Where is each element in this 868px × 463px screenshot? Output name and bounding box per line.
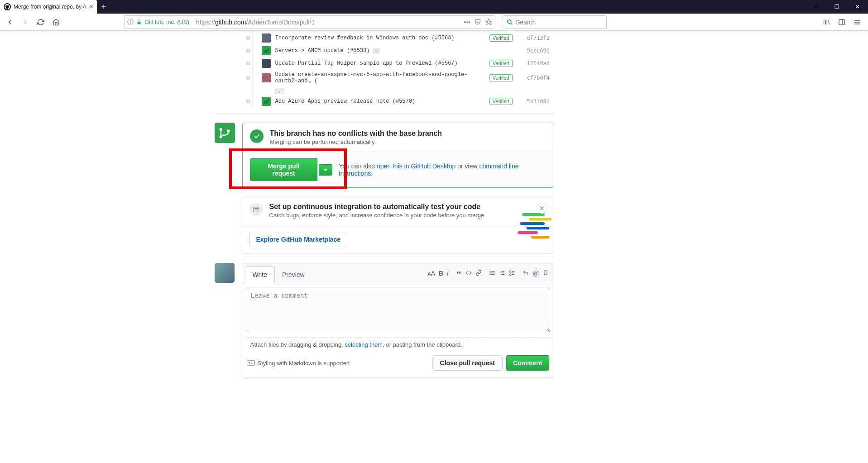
commit-sha[interactable]: 12646ad xyxy=(527,60,554,67)
home-button[interactable] xyxy=(50,16,62,29)
forward-button[interactable] xyxy=(19,16,32,29)
library-icon[interactable] xyxy=(823,19,834,26)
window-titlebar: Merge from original repo. by A × + — ❐ ✕ xyxy=(0,0,868,14)
commit-row: …Update create-an-aspnet-mvc-5-app-with-… xyxy=(246,70,554,95)
commit-dot-icon xyxy=(246,36,250,40)
commit-dot-icon xyxy=(246,49,250,53)
reload-button[interactable] xyxy=(34,16,47,29)
bookmark-star-icon[interactable] xyxy=(485,19,492,26)
commit-message[interactable]: Add Azure Apps preview release note (#55… xyxy=(275,98,489,105)
markdown-toolbar: AA B i 123 xyxy=(422,270,553,277)
svg-point-10 xyxy=(490,272,490,273)
expand-ellipsis-button[interactable]: … xyxy=(373,48,380,54)
commit-author-avatar[interactable] xyxy=(262,46,271,55)
page-actions-icon[interactable]: ••• xyxy=(464,19,470,26)
expand-ellipsis-button[interactable]: … xyxy=(275,88,284,94)
commit-row: Add Azure Apps preview release note (#55… xyxy=(246,95,554,108)
heading-icon[interactable]: AA xyxy=(427,270,435,277)
marketplace-icon xyxy=(249,203,263,216)
window-minimize-button[interactable]: — xyxy=(806,0,826,14)
merge-pr-dropdown[interactable] xyxy=(319,164,332,176)
check-circle-icon xyxy=(250,129,264,143)
mention-icon[interactable]: @ xyxy=(532,270,539,277)
quote-icon[interactable] xyxy=(456,270,462,277)
italic-icon[interactable]: i xyxy=(447,270,448,277)
ci-title: Set up continuous integration to automat… xyxy=(269,203,486,211)
close-pr-button[interactable]: Close pull request xyxy=(432,355,503,371)
commit-sha[interactable]: 9ecc699 xyxy=(527,48,554,54)
code-icon[interactable] xyxy=(465,270,472,277)
new-tab-button[interactable]: + xyxy=(97,0,110,14)
verified-badge[interactable]: Verified xyxy=(489,60,513,67)
current-user-avatar xyxy=(215,263,235,283)
comment-button[interactable]: Comment xyxy=(506,355,549,371)
ci-dismiss-button[interactable]: ✕ xyxy=(537,203,547,214)
comment-form: Write Preview AA B i xyxy=(242,263,554,377)
lock-icon xyxy=(136,19,142,25)
menu-icon[interactable] xyxy=(854,19,864,26)
svg-rect-15 xyxy=(510,271,511,272)
tab-title: Merge from original repo. by A xyxy=(14,4,86,10)
commit-row: Update Partial Tag Helper sample app to … xyxy=(246,57,554,70)
svg-point-1 xyxy=(508,19,511,23)
commit-sha[interactable]: df713f2 xyxy=(527,35,554,41)
verified-badge[interactable]: Verified xyxy=(489,98,513,105)
commit-author-avatar[interactable] xyxy=(262,73,271,82)
commit-author-avatar[interactable] xyxy=(262,33,271,43)
merge-hint-text: You can also open this in GitHub Desktop… xyxy=(339,162,546,177)
ul-icon[interactable] xyxy=(489,270,495,277)
markdown-support-hint[interactable]: Styling with Markdown is supported xyxy=(247,360,350,367)
reply-icon[interactable] xyxy=(523,270,529,277)
search-bar[interactable]: Search xyxy=(503,15,607,29)
select-files-link[interactable]: selecting them xyxy=(345,341,383,348)
bold-icon[interactable]: B xyxy=(439,270,443,277)
ol-icon[interactable]: 123 xyxy=(499,270,505,277)
explore-marketplace-button[interactable]: Explore GitHub Marketplace xyxy=(249,232,348,247)
saved-replies-icon[interactable] xyxy=(543,270,548,277)
search-placeholder: Search xyxy=(516,19,536,26)
commit-message[interactable]: Servers > ANCM update (#5538) … xyxy=(275,48,489,54)
comment-textarea[interactable] xyxy=(246,287,550,332)
verified-badge[interactable]: Verified xyxy=(489,34,513,42)
info-icon[interactable]: ⓘ xyxy=(127,18,134,26)
commit-sha[interactable]: cf7b0f4 xyxy=(527,75,554,81)
tasklist-icon[interactable] xyxy=(509,270,515,277)
svg-rect-7 xyxy=(518,231,538,234)
commit-dot-icon xyxy=(246,62,250,65)
merge-status-box: This branch has no conflicts with the ba… xyxy=(242,123,554,188)
verified-badge[interactable]: Verified xyxy=(489,74,513,81)
svg-point-9 xyxy=(490,271,490,271)
commit-author-avatar[interactable] xyxy=(262,59,271,68)
tab-close-icon[interactable]: × xyxy=(89,3,93,11)
sidebar-icon[interactable] xyxy=(838,19,849,26)
open-desktop-link[interactable]: open this in GitHub Desktop xyxy=(377,162,456,170)
commit-message[interactable]: Update create-an-aspnet-mvc-5-app-with-f… xyxy=(275,72,489,84)
commit-dot-icon xyxy=(246,76,250,80)
back-button[interactable] xyxy=(4,16,16,29)
pocket-icon[interactable] xyxy=(474,19,481,26)
browser-tab[interactable]: Merge from original repo. by A × xyxy=(0,0,97,14)
site-identity: GitHub, Inc. (US) xyxy=(144,19,193,25)
commit-dot-icon xyxy=(246,100,250,103)
url-bar[interactable]: ⓘ GitHub, Inc. (US) https://github.com/A… xyxy=(124,15,495,29)
merge-icon xyxy=(215,123,235,143)
merge-status-title: This branch has no conflicts with the ba… xyxy=(270,129,442,138)
link-icon[interactable] xyxy=(475,270,482,277)
url-text: https://github.com/AdrienTorris/Docs/pul… xyxy=(196,19,315,26)
window-close-button[interactable]: ✕ xyxy=(847,0,868,14)
ci-subtitle: Catch bugs, enforce style, and increase … xyxy=(269,212,486,219)
tab-write[interactable]: Write xyxy=(245,266,275,283)
merge-pr-button[interactable]: Merge pull request xyxy=(250,158,318,181)
svg-rect-4 xyxy=(529,218,551,220)
svg-rect-8 xyxy=(531,236,549,239)
ci-decoration xyxy=(518,211,554,243)
svg-point-11 xyxy=(490,274,490,274)
commit-message[interactable]: Update Partial Tag Helper sample app to … xyxy=(275,60,489,67)
commit-message[interactable]: Incorporate review feedback in Windows a… xyxy=(275,35,489,41)
tab-preview[interactable]: Preview xyxy=(275,267,312,283)
commit-author-avatar[interactable] xyxy=(262,97,271,106)
svg-text:3: 3 xyxy=(499,273,501,275)
window-maximize-button[interactable]: ❐ xyxy=(826,0,847,14)
search-icon xyxy=(507,19,513,25)
commit-sha[interactable]: 5b1f08f xyxy=(527,98,554,105)
